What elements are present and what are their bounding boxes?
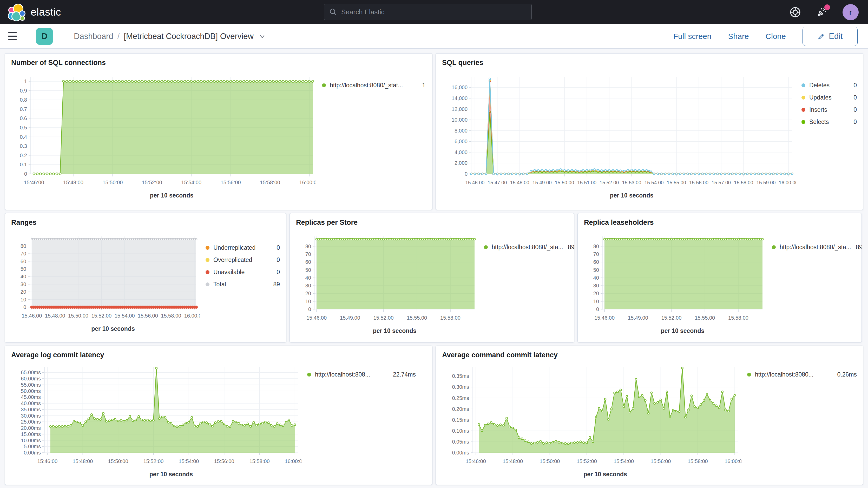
legend-series-dot-icon	[772, 245, 776, 249]
legend-series-label: Inserts	[809, 106, 827, 113]
legend-item[interactable]: Unavailable0	[206, 269, 280, 276]
svg-text:15:50:00: 15:50:00	[555, 180, 574, 185]
panel-title: Ranges	[11, 218, 280, 226]
panel-title: Replicas per Store	[296, 218, 568, 226]
legend-item[interactable]: Selects0	[802, 119, 857, 125]
clone-button[interactable]: Clone	[766, 32, 786, 41]
svg-text:0.8: 0.8	[20, 97, 27, 103]
svg-text:15:58:00: 15:58:00	[440, 315, 461, 321]
svg-text:55.00ms: 55.00ms	[21, 382, 41, 388]
replica-leaseholders-chart[interactable]: 15:46:0015:49:0015:52:0015:55:0015:58:00…	[584, 233, 766, 334]
svg-text:15:54:00: 15:54:00	[645, 180, 664, 185]
svg-text:15:49:00: 15:49:00	[340, 315, 360, 321]
svg-text:15:52:00: 15:52:00	[577, 458, 597, 464]
svg-text:40.00ms: 40.00ms	[21, 400, 41, 406]
sql-connections-chart[interactable]: 15:46:0015:48:0015:50:0015:52:0015:54:00…	[11, 74, 316, 199]
legend-item[interactable]: Deletes0	[802, 82, 857, 89]
sql-queries-chart[interactable]: 15:46:0015:47:0015:48:0015:49:0015:50:00…	[442, 74, 796, 199]
search-input[interactable]	[341, 8, 526, 16]
pencil-icon	[817, 32, 825, 40]
svg-text:0: 0	[596, 306, 599, 312]
legend-item[interactable]: Overreplicated0	[206, 256, 280, 264]
edit-button-label: Edit	[829, 32, 842, 41]
svg-text:0.30ms: 0.30ms	[452, 384, 469, 390]
svg-text:15:56:00: 15:56:00	[138, 313, 158, 318]
legend-item[interactable]: http://localhost:808...22.74ms	[307, 371, 416, 378]
legend-series-label: http://localhost:8080/_sta...	[492, 244, 563, 251]
space-badge[interactable]: D	[36, 28, 53, 45]
legend-item[interactable]: Total89	[206, 281, 280, 288]
elastic-brand[interactable]: elastic	[8, 4, 61, 21]
svg-text:60: 60	[21, 258, 26, 264]
legend-series-label: http://localhost:808...	[315, 371, 370, 378]
svg-text:15:50:00: 15:50:00	[102, 180, 123, 185]
svg-text:15:52:00: 15:52:00	[142, 180, 162, 185]
legend-item[interactable]: Underreplicated0	[206, 244, 280, 251]
global-search[interactable]	[324, 4, 532, 20]
help-button[interactable]	[789, 6, 801, 18]
legend-series-value: 89	[563, 244, 574, 251]
panel-average-command-commit-latency: Average command commit latency 15:46:001…	[436, 345, 863, 485]
svg-text:15:58:00: 15:58:00	[688, 458, 708, 464]
svg-text:4,000: 4,000	[455, 149, 467, 155]
legend-item[interactable]: http://localhost:8080/_stat...1	[322, 82, 426, 89]
svg-text:15:52:00: 15:52:00	[599, 180, 619, 185]
svg-text:12,000: 12,000	[452, 106, 467, 112]
svg-text:15:58:00: 15:58:00	[161, 313, 181, 318]
ranges-chart[interactable]: 15:46:0015:48:0015:50:0015:52:0015:54:00…	[11, 233, 200, 332]
svg-text:30.00ms: 30.00ms	[21, 413, 41, 419]
legend-item[interactable]: http://localhost:8080/_sta...89	[772, 244, 855, 251]
legend-item[interactable]: http://localhost:8080...0.26ms	[747, 371, 857, 378]
legend-series-label: Unavailable	[213, 269, 245, 276]
replicas-per-store-chart[interactable]: 15:46:0015:49:0015:52:0015:55:0015:58:00…	[296, 233, 478, 334]
panel-average-log-commit-latency: Average log commit latency 15:46:0015:48…	[5, 345, 432, 485]
help-life-ring-icon	[789, 6, 801, 18]
share-button[interactable]: Share	[728, 32, 749, 41]
legend-series-value: 0.26ms	[833, 371, 857, 378]
panel-replica-leaseholders: Replica leaseholders 15:46:0015:49:0015:…	[578, 213, 862, 342]
panel-replicas-per-store: Replicas per Store 15:46:0015:49:0015:52…	[289, 213, 574, 342]
search-icon	[329, 8, 337, 16]
svg-text:15:55:00: 15:55:00	[695, 315, 715, 321]
legend-series-dot-icon	[206, 246, 210, 250]
svg-text:0.1: 0.1	[20, 162, 27, 167]
command-commit-latency-chart[interactable]: 15:46:0015:48:0015:50:0015:52:0015:54:00…	[442, 364, 741, 478]
svg-text:0: 0	[308, 306, 311, 312]
legend-series-label: Total	[213, 281, 226, 288]
full-screen-button[interactable]: Full screen	[673, 32, 712, 41]
chart-legend: http://localhost:8080...0.26ms	[741, 364, 857, 478]
legend-series-dot-icon	[802, 108, 805, 112]
svg-text:10: 10	[305, 299, 311, 304]
legend-item[interactable]: http://localhost:8080/_sta...89	[484, 244, 568, 251]
x-axis-title: per 10 seconds	[473, 471, 738, 478]
legend-item[interactable]: Updates0	[802, 94, 857, 101]
svg-text:50: 50	[593, 267, 599, 273]
svg-text:80: 80	[21, 243, 26, 249]
newsfeed-button[interactable]	[816, 6, 828, 18]
menu-button[interactable]	[0, 24, 25, 49]
chart-canvas: 15:46:0015:48:0015:50:0015:52:0015:54:00…	[442, 364, 741, 467]
breadcrumb: Dashboard / [Metricbeat CockroachDB] Ove…	[74, 32, 266, 41]
svg-text:0.15ms: 0.15ms	[452, 417, 469, 423]
svg-text:15:48:00: 15:48:00	[503, 458, 523, 464]
user-avatar[interactable]: r	[842, 4, 859, 20]
svg-text:40: 40	[593, 275, 599, 281]
legend-item[interactable]: Inserts0	[802, 106, 857, 113]
legend-series-dot-icon	[322, 84, 326, 87]
notification-dot	[824, 4, 830, 10]
breadcrumb-dashboard-link[interactable]: Dashboard	[74, 32, 113, 41]
x-axis-title: per 10 seconds	[603, 328, 763, 334]
svg-text:15:48:00: 15:48:00	[510, 180, 529, 185]
edit-button[interactable]: Edit	[803, 27, 858, 46]
x-axis-title: per 10 seconds	[315, 328, 474, 334]
log-commit-latency-chart[interactable]: 15:46:0015:48:0015:50:0015:52:0015:54:00…	[11, 364, 302, 478]
legend-series-value: 22.74ms	[388, 371, 416, 378]
legend-series-dot-icon	[802, 84, 805, 87]
svg-text:16:00:00: 16:00:00	[184, 313, 200, 318]
svg-text:20: 20	[593, 291, 599, 296]
svg-text:20: 20	[305, 291, 311, 296]
svg-text:70: 70	[305, 251, 311, 257]
legend-series-value: 0	[849, 119, 857, 125]
legend-series-label: Selects	[809, 119, 829, 125]
chevron-down-icon[interactable]	[258, 32, 266, 40]
